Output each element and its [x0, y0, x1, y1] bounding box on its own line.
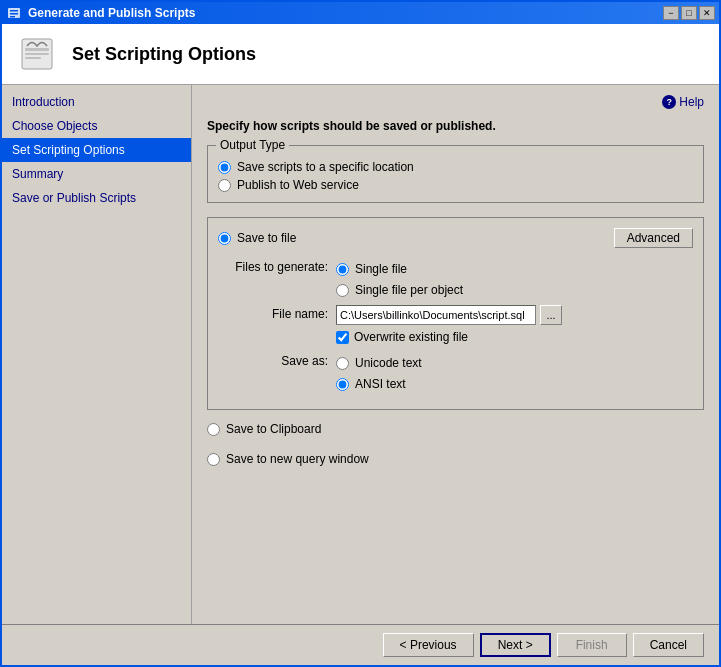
- overwrite-label: Overwrite existing file: [354, 330, 468, 344]
- browse-button[interactable]: ...: [540, 305, 562, 325]
- window-icon: [6, 5, 22, 21]
- save-scripts-radio-row: Save scripts to a specific location: [218, 160, 693, 174]
- save-to-file-radio[interactable]: [218, 232, 231, 245]
- save-scripts-radio[interactable]: [218, 161, 231, 174]
- sidebar: Introduction Choose Objects Set Scriptin…: [2, 85, 192, 624]
- single-file-radio[interactable]: [336, 263, 349, 276]
- main-window: Generate and Publish Scripts − □ ✕ Set S…: [0, 0, 721, 667]
- title-bar-text: Generate and Publish Scripts: [28, 6, 195, 20]
- save-to-file-text: Save to file: [237, 231, 296, 245]
- help-label: Help: [679, 95, 704, 109]
- save-to-query-window-row: Save to new query window: [207, 448, 704, 470]
- footer: < Previous Next > Finish Cancel: [2, 624, 719, 665]
- svg-rect-5: [25, 48, 49, 51]
- description-text: Specify how scripts should be saved or p…: [207, 119, 704, 133]
- finish-button[interactable]: Finish: [557, 633, 627, 657]
- help-row: ? Help: [207, 95, 704, 109]
- help-icon: ?: [662, 95, 676, 109]
- previous-button[interactable]: < Previous: [383, 633, 474, 657]
- publish-web-label: Publish to Web service: [237, 178, 359, 192]
- sidebar-item-save-publish[interactable]: Save or Publish Scripts: [2, 186, 191, 210]
- publish-web-radio[interactable]: [218, 179, 231, 192]
- save-to-clipboard-radio[interactable]: [207, 423, 220, 436]
- save-to-file-label: Save to file: [218, 231, 296, 245]
- files-to-generate-label: Files to generate:: [218, 258, 328, 274]
- file-name-label: File name:: [218, 305, 328, 321]
- title-bar-left: Generate and Publish Scripts: [6, 5, 195, 21]
- sidebar-item-introduction[interactable]: Introduction: [2, 90, 191, 114]
- svg-rect-2: [10, 13, 18, 15]
- content-area: Introduction Choose Objects Set Scriptin…: [2, 85, 719, 624]
- publish-web-radio-row: Publish to Web service: [218, 178, 693, 192]
- page-title: Set Scripting Options: [72, 44, 256, 65]
- output-type-group: Output Type Save scripts to a specific l…: [207, 145, 704, 203]
- save-to-file-header: Save to file Advanced: [218, 228, 693, 248]
- sidebar-item-summary[interactable]: Summary: [2, 162, 191, 186]
- ansi-text-label: ANSI text: [355, 377, 406, 391]
- single-file-label: Single file: [355, 262, 407, 276]
- save-to-clipboard-row: Save to Clipboard: [207, 418, 704, 440]
- sidebar-item-set-scripting-options[interactable]: Set Scripting Options: [2, 138, 191, 162]
- header-icon: [17, 34, 57, 74]
- single-file-per-object-radio[interactable]: [336, 284, 349, 297]
- file-name-row: File name: ... Overwrite existing file: [218, 305, 693, 344]
- unicode-text-radio[interactable]: [336, 357, 349, 370]
- file-name-input[interactable]: [336, 305, 536, 325]
- output-type-title: Output Type: [216, 138, 289, 152]
- file-name-controls: ... Overwrite existing file: [336, 305, 562, 344]
- ansi-text-radio[interactable]: [336, 378, 349, 391]
- save-as-label: Save as:: [218, 352, 328, 368]
- title-bar-controls: − □ ✕: [663, 6, 715, 20]
- close-button[interactable]: ✕: [699, 6, 715, 20]
- overwrite-checkbox-row: Overwrite existing file: [336, 330, 562, 344]
- cancel-button[interactable]: Cancel: [633, 633, 704, 657]
- advanced-button[interactable]: Advanced: [614, 228, 693, 248]
- minimize-button[interactable]: −: [663, 6, 679, 20]
- main-content: ? Help Specify how scripts should be sav…: [192, 85, 719, 624]
- save-to-query-window-radio[interactable]: [207, 453, 220, 466]
- svg-rect-3: [10, 16, 15, 18]
- svg-rect-1: [10, 10, 18, 12]
- save-as-row: Save as: Unicode text ANSI text: [218, 352, 693, 391]
- single-file-per-object-label: Single file per object: [355, 283, 463, 297]
- help-link[interactable]: ? Help: [662, 95, 704, 109]
- files-to-generate-row: Files to generate: Single file Single fi…: [218, 258, 693, 297]
- ansi-radio-row: ANSI text: [336, 377, 422, 391]
- sidebar-item-choose-objects[interactable]: Choose Objects: [2, 114, 191, 138]
- save-to-clipboard-label: Save to Clipboard: [226, 422, 321, 436]
- next-button[interactable]: Next >: [480, 633, 551, 657]
- files-to-generate-controls: Single file Single file per object: [336, 258, 463, 297]
- title-bar: Generate and Publish Scripts − □ ✕: [2, 2, 719, 24]
- maximize-button[interactable]: □: [681, 6, 697, 20]
- save-to-file-box: Save to file Advanced Files to generate:…: [207, 217, 704, 410]
- unicode-radio-row: Unicode text: [336, 356, 422, 370]
- unicode-text-label: Unicode text: [355, 356, 422, 370]
- overwrite-checkbox[interactable]: [336, 331, 349, 344]
- save-to-query-window-label: Save to new query window: [226, 452, 369, 466]
- svg-rect-6: [25, 53, 49, 55]
- save-as-controls: Unicode text ANSI text: [336, 352, 422, 391]
- single-file-per-object-radio-row: Single file per object: [336, 283, 463, 297]
- single-file-radio-row: Single file: [336, 262, 463, 276]
- svg-rect-7: [25, 57, 41, 59]
- header-panel: Set Scripting Options: [2, 24, 719, 85]
- save-scripts-label: Save scripts to a specific location: [237, 160, 414, 174]
- file-name-input-row: ...: [336, 305, 562, 325]
